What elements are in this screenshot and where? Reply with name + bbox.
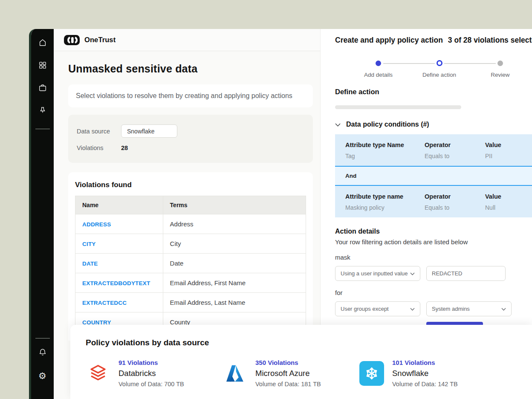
- condition-col-header: Attribute type name: [345, 193, 425, 200]
- condition-group-1: Attribute type Name Operator Value Tag E…: [335, 134, 532, 166]
- source-volume: Volume of Data: 142 TB: [392, 381, 458, 387]
- step-review[interactable]: Review: [470, 61, 531, 78]
- define-action-heading: Define action: [335, 88, 532, 96]
- app-window: ⚙ OneTrust Unmasked sensitive data Selec…: [29, 29, 532, 399]
- condition-value: Null: [485, 204, 532, 211]
- selection-count: 3 of 28 violations selected: [448, 36, 532, 45]
- table-row: CITY City: [75, 234, 306, 254]
- condition-group-2: Attribute type name Operator Value Maski…: [335, 186, 532, 217]
- violation-link[interactable]: CITY: [82, 241, 96, 247]
- violation-link[interactable]: DATE: [82, 260, 98, 267]
- for-label: for: [335, 289, 532, 296]
- group-mode-select[interactable]: User groups except: [335, 301, 420, 316]
- sidebar-divider-bottom: [35, 338, 50, 338]
- violation-link[interactable]: ADDRESS: [82, 221, 111, 228]
- sidebar-item-workspace[interactable]: [34, 80, 51, 97]
- source-card-snowflake: 101 Violations Snowflake Volume of Data:…: [359, 359, 496, 387]
- conditions-toggle[interactable]: Data policy conditions (#): [335, 121, 532, 128]
- violations-found-heading: Violations found: [75, 181, 306, 189]
- chevron-down-icon: [501, 306, 506, 312]
- sidebar: ⚙: [31, 29, 54, 399]
- databricks-icon: [86, 361, 110, 386]
- violations-link[interactable]: 101 Violations: [392, 359, 458, 366]
- source-name: Snowflake: [392, 369, 458, 378]
- pin-icon: [38, 106, 47, 117]
- sidebar-item-settings[interactable]: ⚙: [34, 367, 51, 384]
- violations-link[interactable]: 350 Violations: [255, 359, 321, 366]
- home-icon: [38, 38, 47, 49]
- onetrust-logo-icon: [64, 35, 80, 45]
- violations-count-label: Violations: [77, 145, 121, 151]
- bell-icon: [38, 347, 47, 359]
- instruction-text: Select violations to resolve them by cre…: [76, 92, 292, 99]
- condition-col-header: Attribute type Name: [345, 142, 425, 148]
- sidebar-item-home[interactable]: [34, 35, 51, 52]
- chevron-down-icon: [410, 270, 415, 277]
- condition-connector: And: [335, 167, 532, 185]
- violations-found-card: Violations found Name Terms ADDRESS Addr…: [68, 172, 313, 341]
- violation-terms: Address: [163, 214, 306, 234]
- page-title: Unmasked sensitive data: [68, 63, 313, 75]
- app-header: OneTrust: [54, 29, 320, 51]
- violations-count-value: 28: [121, 145, 128, 151]
- chevron-down-icon: [335, 121, 341, 128]
- condition-value: Equals to: [425, 204, 485, 211]
- mask-method-select[interactable]: Using a user inputted value: [335, 266, 420, 281]
- sidebar-item-pinned[interactable]: [34, 103, 51, 120]
- table-row: EXTRACTEDBODYTEXT Email Address, First N…: [75, 273, 306, 293]
- violation-link[interactable]: EXTRACTEDBODYTEXT: [82, 280, 150, 286]
- condition-value: Masking policy: [345, 204, 425, 211]
- condition-col-header: Operator: [425, 142, 485, 148]
- source-card-azure: 350 Violations Microsoft Azure Volume of…: [223, 359, 359, 387]
- stepper: Add details Define action Review: [348, 61, 531, 78]
- table-row: ADDRESS Address: [75, 214, 306, 234]
- violation-terms: Email Address, First Name: [163, 273, 306, 293]
- condition-col-header: Value: [485, 142, 532, 148]
- data-source-label: Data source: [77, 128, 121, 135]
- table-row: DATE Date: [75, 254, 306, 273]
- step-dot-complete-icon: [376, 61, 381, 66]
- source-name: Databricks: [119, 369, 184, 378]
- step-dot-upcoming-icon: [497, 61, 503, 66]
- gear-icon: ⚙: [38, 371, 46, 380]
- step-dot-current-icon: [437, 60, 442, 66]
- mask-value-input[interactable]: REDACTED: [426, 266, 506, 281]
- source-name: Microsoft Azure: [255, 369, 321, 378]
- column-header-name: Name: [75, 196, 163, 214]
- column-header-terms: Terms: [163, 196, 306, 214]
- sidebar-item-apps[interactable]: [34, 58, 51, 75]
- action-details-subheading: Your row filtering action details are li…: [335, 238, 532, 246]
- condition-value: Equals to: [425, 153, 485, 159]
- snowflake-icon: [359, 361, 384, 386]
- source-volume: Volume of Data: 181 TB: [255, 381, 321, 387]
- footer-heading: Policy violations by data source: [86, 338, 532, 347]
- conditions-block: Attribute type Name Operator Value Tag E…: [335, 134, 532, 217]
- sidebar-item-notifications[interactable]: [34, 344, 51, 361]
- chevron-down-icon: [410, 306, 415, 312]
- condition-col-header: Value: [485, 193, 532, 200]
- violations-link[interactable]: 91 Violations: [119, 359, 184, 366]
- progress-bar: [335, 105, 461, 109]
- violation-terms: City: [163, 234, 306, 254]
- data-source-input[interactable]: Snowflake: [121, 124, 177, 138]
- condition-value: PII: [485, 153, 532, 159]
- action-details-heading: Action details: [335, 228, 532, 235]
- brand-name: OneTrust: [84, 36, 116, 44]
- instruction-banner: Select violations to resolve them by cre…: [68, 84, 313, 107]
- mask-label: mask: [335, 254, 532, 261]
- sidebar-divider-top: [35, 129, 50, 129]
- policy-violations-panel: Policy violations by data source 91 Viol…: [70, 325, 532, 399]
- violation-terms: Date: [163, 254, 306, 273]
- violations-table: Name Terms ADDRESS Address CITY City: [75, 196, 306, 332]
- violation-terms: Email Address, Last Name: [163, 293, 306, 312]
- source-card-databricks: 91 Violations Databricks Volume of Data:…: [86, 359, 223, 387]
- summary-card: Data source Snowflake Violations 28: [68, 115, 313, 163]
- apps-grid-icon: [38, 61, 47, 72]
- panel-title: Create and apply policy action: [335, 36, 443, 45]
- violation-link[interactable]: EXTRACTEDCC: [82, 300, 127, 306]
- azure-icon: [223, 361, 247, 386]
- condition-col-header: Operator: [425, 193, 485, 200]
- condition-value: Tag: [345, 153, 425, 159]
- group-value-select[interactable]: System admins: [426, 301, 512, 316]
- table-row: EXTRACTEDCC Email Address, Last Name: [75, 293, 306, 312]
